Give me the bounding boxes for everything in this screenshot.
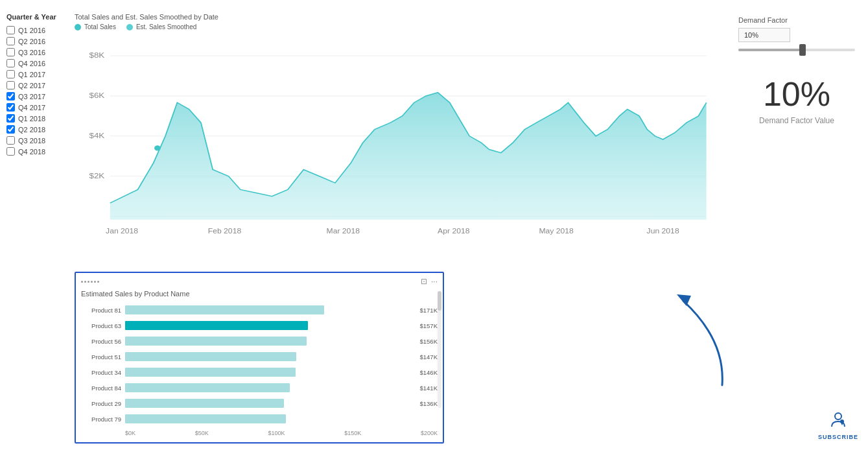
chart-legend: Total Sales Est. Sales Smoothed bbox=[75, 23, 722, 30]
svg-text:Feb 2018: Feb 2018 bbox=[208, 227, 241, 234]
drag-dot-1 bbox=[81, 281, 83, 283]
bar-track bbox=[125, 368, 417, 377]
legend-total-sales: Total Sales bbox=[75, 23, 116, 30]
filter-label-3: Q4 2016 bbox=[18, 60, 45, 67]
drag-dot-4 bbox=[91, 281, 93, 283]
filter-checkbox-6[interactable] bbox=[6, 92, 15, 101]
table-row: Product 51$147K bbox=[81, 349, 438, 364]
x-axis-label-0: $0K bbox=[125, 430, 135, 436]
bar-fill bbox=[125, 368, 296, 377]
filter-item-8[interactable]: Q1 2018 bbox=[6, 114, 65, 123]
filter-checkbox-8[interactable] bbox=[6, 114, 15, 123]
filter-item-3[interactable]: Q4 2016 bbox=[6, 59, 65, 67]
filter-checkbox-7[interactable] bbox=[6, 103, 15, 112]
filter-label-4: Q1 2017 bbox=[18, 71, 45, 78]
filter-label-0: Q1 2016 bbox=[18, 27, 45, 34]
legend-est-sales: Est. Sales Smoothed bbox=[126, 23, 196, 30]
filter-checkbox-5[interactable] bbox=[6, 81, 15, 89]
bar-value: $141K bbox=[420, 385, 438, 392]
x-axis-label-2: $100K bbox=[268, 430, 285, 436]
svg-point-17 bbox=[835, 413, 841, 420]
filter-item-6[interactable]: Q3 2017 bbox=[6, 92, 65, 101]
filter-checkbox-3[interactable] bbox=[6, 59, 15, 67]
table-row: Product 81$171K bbox=[81, 303, 438, 317]
est-sales-label: Est. Sales Smoothed bbox=[136, 23, 196, 30]
bar-fill bbox=[125, 337, 307, 346]
drag-dot-5 bbox=[94, 281, 96, 283]
filter-label-9: Q2 2018 bbox=[18, 126, 45, 134]
bar-fill bbox=[125, 352, 296, 361]
filter-item-11[interactable]: Q4 2018 bbox=[6, 147, 65, 156]
filter-item-2[interactable]: Q3 2016 bbox=[6, 48, 65, 56]
filter-item-1[interactable]: Q2 2016 bbox=[6, 37, 65, 45]
filter-label-6: Q3 2017 bbox=[18, 93, 45, 101]
x-axis-label-4: $200K bbox=[421, 430, 438, 436]
filter-label-11: Q4 2018 bbox=[18, 148, 45, 156]
filter-checkbox-10[interactable] bbox=[6, 136, 15, 145]
drag-dot-6 bbox=[97, 281, 99, 283]
filter-checkbox-0[interactable] bbox=[6, 26, 15, 34]
svg-text:$4K: $4K bbox=[89, 132, 105, 140]
area-chart-svg: $8K $6K $4K $2K Jan 2018 bbox=[75, 36, 722, 243]
right-panel: Demand Factor 10% 10% Demand Factor Valu… bbox=[725, 6, 868, 444]
x-axis-label-1: $50K bbox=[195, 430, 209, 436]
filters-container: Q1 2016Q2 2016Q3 2016Q4 2016Q1 2017Q2 20… bbox=[6, 26, 65, 156]
bar-track bbox=[125, 383, 417, 392]
scrollbar[interactable] bbox=[438, 291, 441, 408]
svg-text:$8K: $8K bbox=[89, 51, 105, 60]
slider-container[interactable] bbox=[738, 49, 855, 51]
scrollbar-thumb[interactable] bbox=[438, 291, 441, 311]
bar-x-axis: $0K$50K$100K$150K$200K bbox=[81, 430, 438, 436]
bar-track bbox=[125, 414, 434, 423]
bar-chart-area: Product 81$171KProduct 63$157KProduct 56… bbox=[81, 303, 438, 427]
more-icon[interactable]: ··· bbox=[431, 277, 438, 286]
filter-label-2: Q3 2016 bbox=[18, 49, 45, 56]
svg-point-9 bbox=[154, 145, 161, 150]
bar-track bbox=[125, 399, 417, 408]
filter-checkbox-2[interactable] bbox=[6, 48, 15, 56]
drag-handle[interactable] bbox=[81, 281, 99, 283]
filter-item-10[interactable]: Q3 2018 bbox=[6, 136, 65, 145]
total-sales-dot bbox=[75, 24, 81, 30]
expand-icon[interactable]: ⊡ bbox=[421, 277, 427, 286]
subscribe-label: SUBSCRIBE bbox=[818, 434, 858, 440]
svg-text:Jun 2018: Jun 2018 bbox=[647, 227, 679, 234]
filter-checkbox-4[interactable] bbox=[6, 70, 15, 78]
svg-text:$2K: $2K bbox=[89, 172, 105, 180]
filter-item-0[interactable]: Q1 2016 bbox=[6, 26, 65, 34]
filter-checkbox-1[interactable] bbox=[6, 37, 15, 45]
est-sales-dot bbox=[126, 24, 133, 30]
slider-track[interactable] bbox=[738, 49, 855, 51]
x-axis-label-3: $150K bbox=[344, 430, 361, 436]
table-row: Product 34$146K bbox=[81, 365, 438, 379]
svg-text:Mar 2018: Mar 2018 bbox=[327, 227, 360, 234]
bar-label: Product 29 bbox=[81, 400, 125, 407]
svg-text:May 2018: May 2018 bbox=[539, 227, 573, 234]
filter-item-4[interactable]: Q1 2017 bbox=[6, 70, 65, 78]
bar-track bbox=[125, 321, 417, 330]
filter-label-8: Q1 2018 bbox=[18, 115, 45, 123]
slider-thumb[interactable] bbox=[799, 44, 806, 56]
subscribe-area[interactable]: SUBSCRIBE bbox=[818, 410, 858, 440]
filter-item-9[interactable]: Q2 2018 bbox=[6, 125, 65, 134]
bar-fill bbox=[125, 321, 308, 330]
table-row: Product 56$156K bbox=[81, 334, 438, 348]
bar-track bbox=[125, 305, 417, 314]
drag-dot-3 bbox=[88, 281, 89, 283]
drag-dot-2 bbox=[84, 281, 86, 283]
filter-checkbox-11[interactable] bbox=[6, 147, 15, 156]
demand-factor-value-label: Demand Factor Value bbox=[738, 116, 855, 125]
filter-checkbox-9[interactable] bbox=[6, 125, 15, 134]
filter-item-5[interactable]: Q2 2017 bbox=[6, 81, 65, 89]
filter-item-7[interactable]: Q4 2017 bbox=[6, 103, 65, 112]
bar-chart-panel: ⊡ ··· Estimated Sales by Product Name Pr… bbox=[75, 272, 444, 444]
bar-track bbox=[125, 352, 417, 361]
bar-value: $136K bbox=[420, 400, 438, 407]
bar-value: $147K bbox=[420, 353, 438, 361]
bar-track bbox=[125, 337, 417, 346]
bar-label: Product 81 bbox=[81, 307, 125, 314]
svg-text:Jan 2018: Jan 2018 bbox=[106, 227, 138, 234]
demand-factor-label: Demand Factor bbox=[738, 16, 855, 24]
subscribe-icon bbox=[829, 410, 847, 432]
bar-label: Product 84 bbox=[81, 385, 125, 392]
